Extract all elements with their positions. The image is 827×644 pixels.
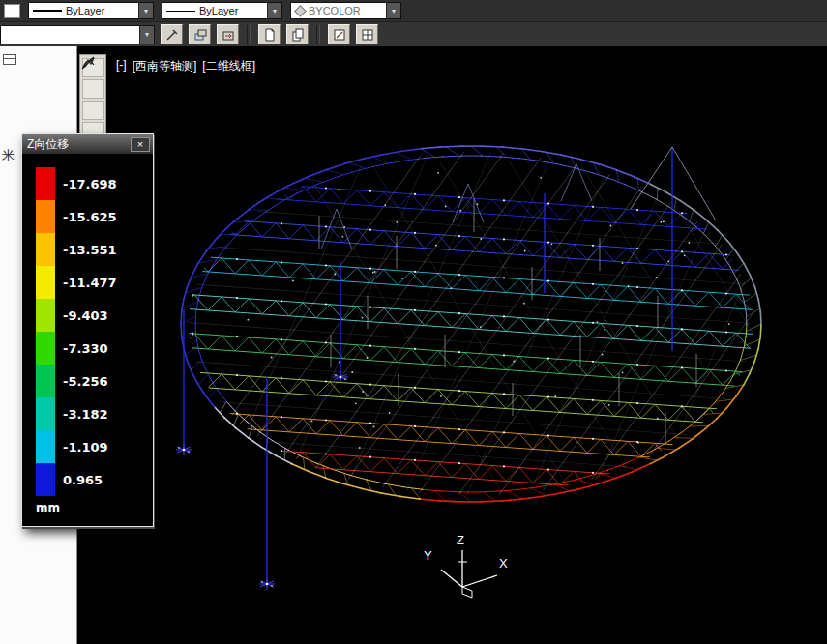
chevron-down-icon[interactable]: ▼ bbox=[386, 3, 400, 18]
sheets-icon bbox=[291, 28, 305, 42]
legend-color-swatch bbox=[36, 266, 55, 299]
palette-window-icon[interactable] bbox=[3, 54, 16, 65]
linetype-dropdown[interactable]: ByLayer ▼ bbox=[28, 2, 154, 19]
insert-table-button[interactable] bbox=[356, 24, 378, 44]
layers-icon bbox=[193, 28, 207, 42]
draw-xline-button[interactable] bbox=[82, 79, 104, 99]
legend-row: -5.256 bbox=[36, 365, 147, 397]
legend-color-swatch bbox=[36, 299, 55, 332]
legend-row: -11.477 bbox=[36, 266, 147, 299]
close-icon[interactable]: × bbox=[131, 137, 150, 152]
legend-color-swatch bbox=[36, 332, 55, 365]
legend-value: -15.625 bbox=[63, 210, 117, 224]
ucs-z-label: Z bbox=[457, 533, 464, 547]
legend-row: -13.551 bbox=[36, 233, 147, 266]
viewport-view-control[interactable]: [西南等轴测] bbox=[133, 58, 197, 74]
legend-row: -7.330 bbox=[36, 332, 147, 365]
legend-value: -9.403 bbox=[63, 308, 108, 323]
chevron-down-icon[interactable]: ▼ bbox=[139, 26, 154, 44]
new-layout-button[interactable] bbox=[258, 24, 281, 44]
lineweight-preview-icon bbox=[166, 11, 195, 12]
palette-titlebar[interactable]: Z向位移 × bbox=[22, 134, 153, 154]
text-edit-icon bbox=[333, 28, 346, 42]
edit-text-button[interactable] bbox=[328, 24, 350, 44]
legend-row: 0.965 bbox=[36, 463, 147, 496]
toolbar-separator bbox=[316, 25, 320, 44]
match-properties-button[interactable] bbox=[161, 24, 183, 44]
legend-color-swatch bbox=[36, 397, 55, 430]
legend-body: -17.698 -15.625 -13.551 -11.477 -9.403 -… bbox=[22, 154, 153, 526]
legend-row: -1.109 bbox=[36, 430, 147, 463]
chevron-down-icon[interactable]: ▼ bbox=[138, 3, 153, 18]
legend-color-swatch bbox=[36, 200, 55, 233]
match-properties-icon bbox=[165, 28, 179, 42]
draw-polyline-button[interactable] bbox=[82, 101, 104, 120]
copy-layout-button[interactable] bbox=[286, 24, 309, 44]
legend-row: -9.403 bbox=[36, 299, 147, 332]
chevron-down-icon[interactable]: ▼ bbox=[267, 3, 281, 18]
layer-dropdown[interactable]: ▼ bbox=[0, 25, 155, 44]
layer-arrow-icon bbox=[222, 28, 235, 42]
legend-value: -1.109 bbox=[63, 440, 108, 454]
lineweight-value: ByLayer bbox=[195, 5, 267, 16]
legend-row: -17.698 bbox=[36, 167, 147, 200]
table-icon bbox=[361, 28, 374, 42]
legend-value: 0.965 bbox=[63, 473, 103, 487]
legend-color-swatch bbox=[36, 365, 55, 397]
toolbar-separator bbox=[247, 25, 251, 44]
lineweight-dropdown[interactable]: ByLayer ▼ bbox=[162, 2, 282, 19]
legend-row: -15.625 bbox=[36, 200, 147, 233]
legend-color-swatch bbox=[36, 463, 55, 496]
legend-color-swatch bbox=[36, 430, 55, 463]
legend-value: -5.256 bbox=[63, 374, 108, 389]
viewport-controls: [-] [西南等轴测] [二维线框] bbox=[116, 58, 255, 74]
legend-color-swatch bbox=[36, 167, 55, 200]
legend-value: -13.551 bbox=[63, 243, 117, 257]
linetype-value: ByLayer bbox=[62, 5, 138, 16]
legend-unit: mm bbox=[36, 501, 147, 514]
color-swatch-button[interactable] bbox=[4, 4, 20, 18]
legend-value: -3.182 bbox=[63, 407, 108, 422]
viewport-control-menu[interactable]: [-] bbox=[116, 58, 127, 74]
plotstyle-dropdown[interactable]: BYCOLOR ▼ bbox=[290, 2, 401, 19]
drawing-viewport[interactable]: [-] [西南等轴测] [二维线框] Z Y X bbox=[77, 46, 827, 644]
ucs-y-label: Y bbox=[424, 548, 432, 563]
plotstyle-value: BYCOLOR bbox=[305, 5, 386, 16]
linetype-preview-icon bbox=[33, 10, 62, 12]
palette-vertical-label: 米 bbox=[2, 147, 15, 164]
legend-color-swatch bbox=[36, 233, 55, 266]
layers-toolbar: ▼ bbox=[0, 21, 827, 46]
viewport-visual-style-control[interactable]: [二维线框] bbox=[202, 58, 255, 74]
legend-value: -11.477 bbox=[63, 276, 117, 290]
sheet-icon bbox=[263, 28, 277, 42]
arc-icon bbox=[80, 55, 96, 71]
palette-title: Z向位移 bbox=[27, 136, 131, 153]
ucs-icon: Z Y X bbox=[416, 533, 522, 602]
ucs-x-label: X bbox=[499, 556, 508, 571]
z-displacement-palette: Z向位移 × -17.698 -15.625 -13.551 -11.477 -… bbox=[21, 133, 154, 527]
legend-value: -17.698 bbox=[63, 177, 117, 191]
legend-value: -7.330 bbox=[63, 341, 108, 356]
layer-previous-button[interactable] bbox=[189, 24, 211, 44]
properties-toolbar: ByLayer ▼ ByLayer ▼ BYCOLOR ▼ bbox=[0, 0, 827, 21]
legend-row: -3.182 bbox=[36, 397, 147, 430]
layer-states-button[interactable] bbox=[217, 24, 239, 44]
